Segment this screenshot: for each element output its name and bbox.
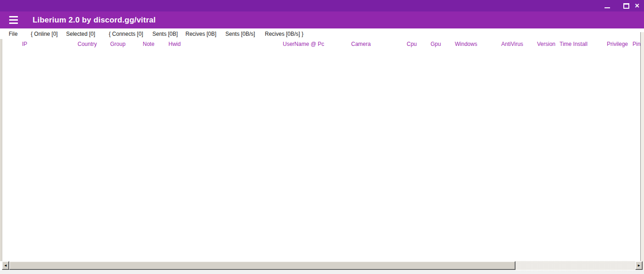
column-header-country[interactable]: Country (78, 39, 97, 49)
table-header-row: IP Country Group Note Hwid UserName @ Pc… (0, 39, 644, 49)
stat-online: { Online [0] (31, 28, 58, 39)
stat-connects: { Connects [0] (109, 28, 143, 39)
stat-recives-rate: Recives [0B/s] } (265, 28, 303, 39)
stat-recives-total: Recives [0B] (185, 28, 216, 39)
column-header-gpu[interactable]: Gpu (431, 39, 441, 49)
app-title: Liberium 2.0 by discord.gg/vitral (33, 11, 156, 28)
menu-item-file[interactable]: File (9, 28, 17, 39)
column-header-privilege[interactable]: Privilege (607, 39, 628, 49)
app-header: Liberium 2.0 by discord.gg/vitral (0, 11, 644, 28)
stat-sents-rate: Sents [0B/s] (225, 28, 255, 39)
scroll-left-button[interactable]: ◄ (2, 261, 9, 270)
maximize-button[interactable] (620, 0, 632, 11)
window-bottom-border (0, 270, 644, 274)
stat-sents-total: Sents [0B] (152, 28, 178, 39)
scrollbar-thumb[interactable] (9, 261, 515, 270)
menu-bar: File { Online [0] Selected [0] { Connect… (0, 28, 644, 39)
scroll-right-icon: ► (637, 264, 641, 268)
hamburger-menu-icon[interactable] (9, 16, 18, 24)
column-header-cpu[interactable]: Cpu (407, 39, 417, 49)
horizontal-scrollbar[interactable]: ◄ ► (2, 261, 643, 270)
column-header-time-install[interactable]: Time Install (560, 39, 588, 49)
column-header-ip[interactable]: IP (22, 39, 27, 49)
column-header-windows[interactable]: Windows (455, 39, 477, 49)
column-header-username-pc[interactable]: UserName @ Pc (283, 39, 324, 49)
column-header-version[interactable]: Version (537, 39, 555, 49)
app-window: ✕ Liberium 2.0 by discord.gg/vitral File… (0, 0, 644, 274)
maximize-icon (623, 3, 629, 9)
stat-selected: Selected [0] (66, 28, 95, 39)
column-header-antivirus[interactable]: AntiVirus (501, 39, 523, 49)
scroll-right-button[interactable]: ► (635, 261, 643, 270)
close-button[interactable]: ✕ (631, 0, 643, 11)
minimize-button[interactable] (601, 0, 613, 11)
column-header-note[interactable]: Note (143, 39, 154, 49)
client-list-empty (2, 49, 640, 261)
column-header-group[interactable]: Group (110, 39, 125, 49)
window-right-border (640, 32, 644, 261)
column-header-camera[interactable]: Camera (351, 39, 371, 49)
scroll-left-icon: ◄ (4, 264, 7, 268)
titlebar: ✕ (0, 0, 644, 11)
close-icon: ✕ (635, 0, 640, 11)
column-header-hwid[interactable]: Hwid (168, 39, 181, 49)
minimize-icon (605, 7, 610, 8)
window-left-border (0, 39, 2, 261)
